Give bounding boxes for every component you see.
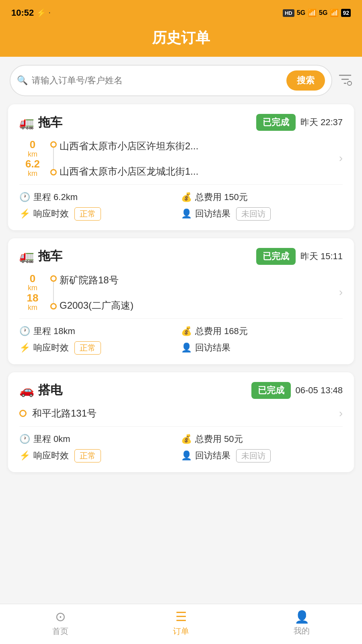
mileage-text-3: 里程 0km — [33, 433, 70, 445]
nav-item-orders[interactable]: ☰ 订单 — [157, 609, 205, 637]
person-icon-2: 👤 — [181, 343, 192, 353]
mileage-text-1: 里程 6.2km — [33, 191, 78, 203]
cost-text-3: 总费用 50元 — [195, 433, 243, 445]
nav-label-orders: 订单 — [173, 626, 189, 637]
cost-item-1: 💰 总费用 150元 — [181, 191, 343, 203]
route-dot-bottom-2 — [50, 303, 57, 310]
response-label-3: 响应时效 — [33, 450, 69, 462]
response-label-1: 响应时效 — [33, 208, 69, 220]
orders-list: 🚛 拖车 已完成 昨天 22:37 0 km 6.2 km — [0, 104, 362, 520]
nav-item-home[interactable]: ⊙ 首页 — [36, 609, 84, 637]
mileage-item-1: 🕐 里程 6.2km — [19, 191, 181, 203]
response-label-2: 响应时效 — [33, 342, 69, 354]
vert-line-2 — [53, 282, 54, 303]
arrow-side-2[interactable]: › — [327, 273, 343, 312]
bolt-icon-2: ⚡ — [19, 343, 30, 353]
visit-label-2: 回访结果 — [195, 342, 230, 354]
order-type-3: 🚗 搭电 — [19, 382, 62, 398]
km-to-unit-1: km — [28, 170, 37, 178]
order-header-3: 🚗 搭电 已完成 06-05 13:48 — [19, 382, 343, 399]
visit-item-3: 👤 回访结果 未回访 — [181, 449, 343, 462]
bolt-icon-3: ⚡ — [19, 450, 30, 461]
chevron-right-icon-2: › — [339, 286, 343, 299]
km-to-2: 18 km — [19, 292, 46, 312]
arrow-side-1[interactable]: › — [327, 139, 343, 178]
bolt-icon-1: ⚡ — [19, 208, 30, 219]
km-to-1: 6.2 km — [19, 158, 46, 178]
order-time-3: 06-05 13:48 — [296, 385, 343, 396]
bottom-nav: ⊙ 首页 ☰ 订单 👤 我的 — [0, 604, 362, 644]
order-meta-3: 已完成 06-05 13:48 — [251, 382, 343, 399]
order-type-2: 🚛 拖车 — [19, 248, 62, 264]
orders-icon: ☰ — [175, 609, 187, 624]
cost-text-1: 总费用 150元 — [195, 191, 248, 203]
chevron-right-icon-1: › — [339, 152, 343, 165]
km-from-val-1: 0 — [30, 139, 35, 151]
from-addr-1: 山西省太原市小店区许坦东街2... — [60, 139, 327, 153]
money-icon-2: 💰 — [181, 326, 192, 336]
visit-tag-1: 未回访 — [236, 207, 271, 221]
search-bar: 🔍 搜索 — [10, 65, 332, 96]
car-icon-3: 🚗 — [19, 383, 34, 397]
mileage-text-2: 里程 18km — [33, 325, 75, 337]
mileage-item-3: 🕐 里程 0km — [19, 433, 181, 445]
home-icon: ⊙ — [55, 609, 66, 624]
money-icon-3: 💰 — [181, 434, 192, 444]
order-card-1: 🚛 拖车 已完成 昨天 22:37 0 km 6.2 km — [8, 104, 354, 230]
route-dot-top-2 — [50, 275, 57, 282]
mileage-item-2: 🕐 里程 18km — [19, 325, 181, 337]
status-bar: 10:52 ⚡ · HD 5G 📶 5G 📶 92 — [0, 0, 362, 24]
info-row-1a: 🕐 里程 6.2km 💰 总费用 150元 — [19, 191, 343, 203]
chevron-right-icon-3: › — [339, 407, 343, 420]
single-addr-row-3[interactable]: 和平北路131号 › — [19, 407, 343, 420]
response-item-2: ⚡ 响应时效 正常 — [19, 341, 181, 355]
route-container-1[interactable]: 0 km 6.2 km 山西省太原市小店区许坦东街2... 山西省太原市小店区龙… — [19, 139, 343, 178]
search-container: 🔍 搜索 — [0, 57, 362, 104]
status-time: 10:52 ⚡ · — [11, 8, 50, 18]
order-type-label-3: 搭电 — [38, 382, 62, 398]
to-addr-1: 山西省太原市小店区龙城北街1... — [60, 164, 327, 178]
route-dot-top-1 — [50, 141, 57, 148]
status-dot: · — [49, 10, 50, 16]
divider-1 — [19, 184, 343, 185]
divider-3 — [19, 426, 343, 427]
visit-label-3: 回访结果 — [195, 450, 230, 462]
nav-label-mine: 我的 — [294, 625, 310, 636]
search-button[interactable]: 搜索 — [286, 70, 325, 91]
search-input[interactable] — [32, 75, 282, 86]
order-type-label-1: 拖车 — [38, 114, 62, 131]
km-from-2: 0 km — [19, 273, 46, 292]
clock-icon-3: 🕐 — [19, 434, 30, 444]
clock-icon-1: 🕐 — [19, 192, 30, 202]
single-dot-3 — [19, 410, 27, 417]
order-type-label-2: 拖车 — [38, 248, 62, 264]
info-row-3a: 🕐 里程 0km 💰 总费用 50元 — [19, 433, 343, 445]
signal1: 5G — [297, 9, 305, 17]
to-addr-2: G2003(二广高速) — [60, 298, 327, 312]
addr-side-2: 新矿院路18号 G2003(二广高速) — [60, 273, 327, 312]
km-from-val-2: 0 — [30, 273, 35, 285]
tow-icon-1: 🚛 — [19, 116, 34, 130]
signal-bars-1: 📶 — [308, 8, 317, 17]
km-from-unit-2: km — [28, 284, 37, 292]
order-meta-1: 已完成 昨天 22:37 — [256, 114, 343, 131]
response-tag-2: 正常 — [74, 341, 101, 355]
cost-text-2: 总费用 168元 — [195, 325, 248, 337]
nav-item-mine[interactable]: 👤 我的 — [278, 610, 326, 636]
money-icon-1: 💰 — [181, 192, 192, 202]
order-meta-2: 已完成 昨天 15:11 — [256, 248, 343, 265]
person-icon-3: 👤 — [181, 450, 192, 461]
signal-bars-2: 📶 — [330, 8, 339, 17]
line-side-2 — [47, 273, 60, 312]
filter-icon[interactable] — [338, 72, 352, 89]
order-header-1: 🚛 拖车 已完成 昨天 22:37 — [19, 114, 343, 131]
status-indicator: ⚡ — [36, 8, 46, 18]
clock-icon-2: 🕐 — [19, 326, 30, 336]
km-to-unit-2: km — [28, 304, 37, 312]
cost-item-3: 💰 总费用 50元 — [181, 433, 343, 445]
route-container-2[interactable]: 0 km 18 km 新矿院路18号 G2003(二广高速) › — [19, 273, 343, 312]
person-icon-1: 👤 — [181, 208, 192, 219]
route-dot-bottom-1 — [50, 169, 57, 175]
divider-2 — [19, 318, 343, 319]
status-badge-3: 已完成 — [251, 382, 291, 399]
